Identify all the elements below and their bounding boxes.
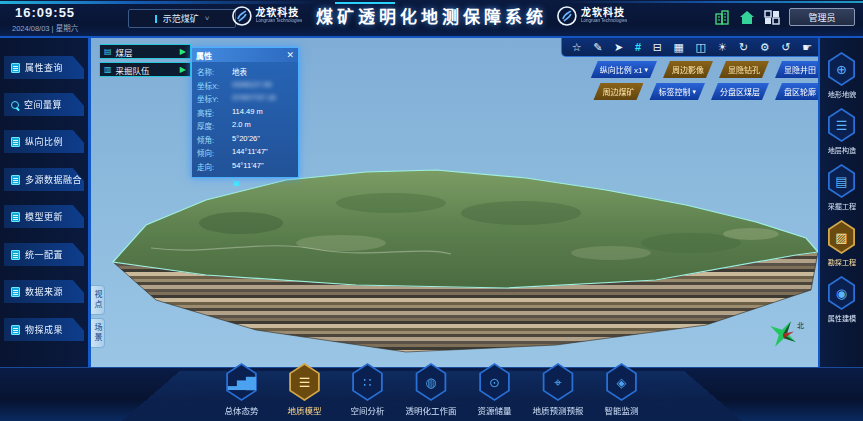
clip-section-icon[interactable]: ◫ bbox=[696, 42, 706, 53]
nav-label: 地质预测预报 bbox=[533, 404, 584, 416]
nav-resource-reserves[interactable]: ⊙ 资源储量 bbox=[470, 363, 520, 416]
sidebar-item-spatial-measure[interactable]: 空间量算 bbox=[4, 93, 84, 116]
field-label: 厚度: bbox=[197, 120, 230, 131]
layers-icon: ☰ bbox=[299, 376, 311, 389]
gear-icon[interactable]: ⚙ bbox=[760, 42, 770, 53]
button-label: 标签控制 bbox=[658, 86, 690, 97]
dropdown-marker-icon bbox=[155, 15, 157, 23]
label-control-button[interactable]: 标签控制 ▾ bbox=[649, 83, 705, 100]
layers-icon: ☰ bbox=[836, 119, 848, 132]
button-label: 盘区轮廓 bbox=[784, 86, 816, 97]
field-value: 144°11'47" bbox=[232, 147, 295, 158]
mine-selector-dropdown[interactable]: 示范煤矿 ˅ bbox=[128, 9, 236, 28]
search-icon bbox=[11, 101, 19, 109]
app-title-block: 龙软科技 Longruan Technologies 煤矿透明化地测保障系统 龙… bbox=[230, 3, 632, 28]
nav-geological-forecast[interactable]: ⌖ 地质预测预报 bbox=[533, 363, 584, 416]
layer-toggle-mining-teams[interactable]: ▥ 采掘队伍 ▶ bbox=[99, 62, 191, 77]
surrounding-imagery-button[interactable]: 周边影像 bbox=[663, 61, 713, 78]
compass-rose[interactable]: 北 bbox=[763, 310, 807, 354]
layer-toggle-coal-seam[interactable]: ▤ 煤层 ▶ bbox=[99, 44, 191, 59]
document-icon bbox=[11, 212, 20, 222]
panel-coal-seams-button[interactable]: 分盘区煤层 bbox=[711, 83, 769, 100]
field-label: 倾向: bbox=[197, 147, 230, 158]
nav-transparent-workface[interactable]: ◍ 透明化工作面 bbox=[405, 363, 456, 416]
header: 16:09:55 2024/08/03 | 星期六 示范煤矿 ˅ 龙软科技 Lo… bbox=[0, 0, 863, 38]
rotate-icon[interactable]: ↻ bbox=[739, 42, 748, 53]
grid-icon[interactable]: # bbox=[635, 42, 641, 53]
admin-user-button[interactable]: 管理员 bbox=[789, 8, 855, 26]
layer-label: 采掘队伍 bbox=[116, 64, 176, 76]
sidebar-item-exploration-engineering[interactable]: ▨ 勘探工程 bbox=[827, 220, 857, 267]
grid-apps-icon[interactable] bbox=[764, 10, 780, 25]
nav-label: 总体态势 bbox=[224, 404, 258, 416]
control-row-2: 周边煤矿 标签控制 ▾ 分盘区煤层 盘区轮廓 bbox=[593, 83, 820, 100]
sidebar-item-label: 物探成果 bbox=[25, 323, 63, 336]
document-icon bbox=[11, 137, 20, 147]
sidebar-item-label: 纵向比例 bbox=[25, 135, 63, 148]
building-icon[interactable] bbox=[714, 10, 730, 25]
clock-date: 2024/08/03 | 星期六 bbox=[12, 22, 78, 33]
home-icon[interactable] bbox=[739, 10, 755, 25]
field-label: 走向: bbox=[197, 161, 230, 172]
nav-label: 资源储量 bbox=[477, 404, 511, 416]
button-label: 周边影像 bbox=[672, 64, 704, 75]
tab-scene[interactable]: 场景 bbox=[91, 318, 105, 348]
sidebar-item-geophysical-results[interactable]: 物探成果 bbox=[4, 318, 84, 341]
field-label: 高程: bbox=[197, 107, 230, 118]
refresh-icon[interactable]: ↺ bbox=[781, 42, 790, 53]
sidebar-item-data-fusion[interactable]: 多源数据融合 bbox=[4, 168, 84, 191]
nav-spatial-analysis[interactable]: ∷ 空间分析 bbox=[342, 363, 392, 416]
nav-overall-situation[interactable]: ▂▅▇ 总体态势 bbox=[216, 363, 266, 416]
brand-subtitle: Longruan Technologies bbox=[255, 18, 301, 23]
chevron-right-icon: ▶ bbox=[180, 65, 186, 74]
star-icon[interactable]: ☆ bbox=[572, 42, 582, 53]
field-label: 名称: bbox=[197, 66, 230, 77]
brand-logo-right: 龙软科技 Longruan Technologies bbox=[556, 5, 633, 27]
button-label: 周边煤矿 bbox=[602, 86, 634, 97]
sidebar-item-label: 空间量算 bbox=[24, 98, 62, 111]
toggle-boreholes-button[interactable]: 显隐钻孔 bbox=[719, 61, 769, 78]
tab-viewpoint[interactable]: 视点 bbox=[91, 285, 105, 315]
toggle-minefield-button[interactable]: 显隐井田 bbox=[775, 61, 820, 78]
sidebar-item-unified-config[interactable]: 统一配置 bbox=[4, 243, 84, 266]
scene-3d-viewport[interactable]: ▤ 煤层 ▶ ▥ 采掘队伍 ▶ 属性 ✕ 名称: 地表 坐标X: 4348127… bbox=[88, 38, 820, 367]
nav-intelligent-monitoring[interactable]: ◈ 智能监测 bbox=[597, 363, 647, 416]
brand-subtitle: Longruan Technologies bbox=[581, 18, 627, 23]
panel-outline-button[interactable]: 盘区轮廓 bbox=[775, 83, 820, 100]
measure-icon[interactable]: ⊟ bbox=[653, 42, 662, 53]
sidebar-item-terrain[interactable]: ⊕ 地形地貌 bbox=[827, 52, 857, 99]
button-label: 分盘区煤层 bbox=[720, 86, 760, 97]
sidebar-item-attribute-query[interactable]: 属性查询 bbox=[4, 56, 84, 79]
close-icon[interactable]: ✕ bbox=[286, 51, 294, 60]
viewport-edge-tabs: 视点 场景 bbox=[91, 285, 105, 348]
right-sidebar: ⊕ 地形地貌 ☰ 地层构造 ▤ 采掘工程 ▨ 勘探工程 ◉ 属性建模 bbox=[820, 38, 863, 367]
excavation-icon: ▤ bbox=[835, 175, 847, 188]
surrounding-mines-button[interactable]: 周边煤矿 bbox=[593, 83, 643, 100]
viewport-control-buttons: 纵向比例 x1 ▾ 周边影像 显隐钻孔 显隐井田 周边煤矿 标签控制 bbox=[553, 61, 820, 100]
sidebar-item-attribute-modeling[interactable]: ◉ 属性建模 bbox=[827, 276, 857, 323]
hand-icon[interactable]: ☛ bbox=[802, 42, 812, 53]
vertical-scale-button[interactable]: 纵向比例 x1 ▾ bbox=[591, 61, 657, 78]
control-row-1: 纵向比例 x1 ▾ 周边影像 显隐钻孔 显隐井田 bbox=[591, 61, 820, 78]
sidebar-item-model-update[interactable]: 模型更新 bbox=[4, 205, 84, 228]
exploration-icon: ▨ bbox=[835, 231, 847, 244]
compass-north-label: 北 bbox=[797, 322, 804, 330]
shield-icon: ◈ bbox=[617, 376, 627, 389]
cursor-icon[interactable]: ➤ bbox=[614, 42, 623, 53]
region-select-icon[interactable]: ▦ bbox=[674, 42, 684, 53]
sidebar-item-vertical-scale[interactable]: 纵向比例 bbox=[4, 130, 84, 153]
sidebar-item-data-source[interactable]: 数据来源 bbox=[4, 280, 84, 303]
item-label: 采掘工程 bbox=[827, 200, 856, 210]
app-root: 16:09:55 2024/08/03 | 星期六 示范煤矿 ˅ 龙软科技 Lo… bbox=[0, 0, 863, 421]
nav-label: 地质模型 bbox=[287, 404, 321, 416]
field-label: 坐标X: bbox=[197, 80, 230, 91]
layer-label: 煤层 bbox=[116, 46, 176, 58]
nav-geological-model[interactable]: ☰ 地质模型 bbox=[279, 363, 329, 416]
pen-icon[interactable]: ✎ bbox=[593, 42, 602, 53]
sidebar-item-strata[interactable]: ☰ 地层构造 bbox=[827, 108, 857, 155]
sun-terrain-icon[interactable]: ☀ bbox=[718, 42, 728, 53]
sidebar-item-label: 数据来源 bbox=[25, 285, 63, 298]
sidebar-item-mining-engineering[interactable]: ▤ 采掘工程 bbox=[827, 164, 857, 211]
globe-icon: ◉ bbox=[836, 287, 847, 300]
properties-panel-header: 属性 ✕ bbox=[192, 48, 298, 62]
